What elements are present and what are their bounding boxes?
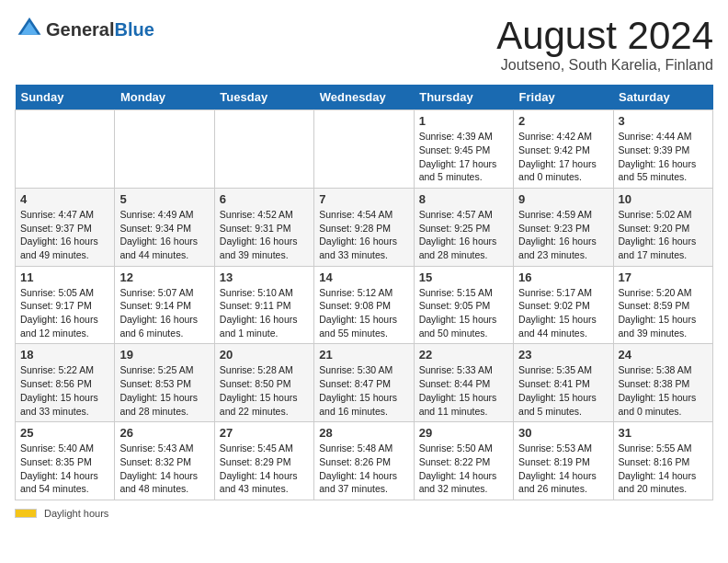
weekday-header-saturday: Saturday [613, 85, 712, 110]
day-info: Sunrise: 5:15 AM Sunset: 9:05 PM Dayligh… [419, 286, 508, 340]
weekday-header-monday: Monday [115, 85, 214, 110]
day-info: Sunrise: 5:33 AM Sunset: 8:44 PM Dayligh… [419, 363, 508, 418]
calendar-cell: 8Sunrise: 4:57 AM Sunset: 9:25 PM Daylig… [414, 188, 513, 266]
calendar-cell: 18Sunrise: 5:22 AM Sunset: 8:56 PM Dayli… [16, 344, 115, 422]
day-number: 9 [518, 192, 608, 206]
calendar-cell: 12Sunrise: 5:07 AM Sunset: 9:14 PM Dayli… [115, 266, 214, 344]
day-number: 14 [319, 270, 408, 284]
day-info: Sunrise: 5:30 AM Sunset: 8:47 PM Dayligh… [319, 363, 408, 418]
day-number: 31 [619, 426, 708, 440]
day-info: Sunrise: 5:20 AM Sunset: 8:59 PM Dayligh… [619, 286, 708, 340]
day-number: 29 [419, 426, 508, 440]
day-info: Sunrise: 5:50 AM Sunset: 8:22 PM Dayligh… [419, 442, 508, 496]
calendar-cell: 3Sunrise: 4:44 AM Sunset: 9:39 PM Daylig… [613, 110, 712, 189]
day-number: 5 [119, 192, 209, 206]
calendar-week-row: 11Sunrise: 5:05 AM Sunset: 9:17 PM Dayli… [16, 266, 713, 344]
day-info: Sunrise: 5:02 AM Sunset: 9:20 PM Dayligh… [619, 208, 708, 262]
calendar-cell [214, 110, 313, 189]
calendar-cell: 31Sunrise: 5:55 AM Sunset: 8:16 PM Dayli… [613, 422, 712, 500]
calendar-cell: 29Sunrise: 5:50 AM Sunset: 8:22 PM Dayli… [414, 422, 513, 500]
day-info: Sunrise: 5:10 AM Sunset: 9:11 PM Dayligh… [220, 286, 309, 340]
day-info: Sunrise: 4:54 AM Sunset: 9:28 PM Dayligh… [319, 208, 408, 262]
calendar-cell: 7Sunrise: 4:54 AM Sunset: 9:28 PM Daylig… [314, 188, 414, 266]
day-number: 1 [419, 114, 508, 128]
day-number: 3 [619, 114, 708, 128]
day-number: 25 [20, 426, 109, 440]
weekday-header-tuesday: Tuesday [214, 85, 313, 110]
day-number: 13 [220, 270, 309, 284]
title-block: August 2024 Joutseno, South Karelia, Fin… [496, 15, 713, 74]
day-info: Sunrise: 4:52 AM Sunset: 9:31 PM Dayligh… [220, 208, 309, 262]
daylight-bar-icon [15, 509, 37, 518]
day-number: 7 [319, 192, 408, 206]
calendar-cell: 20Sunrise: 5:28 AM Sunset: 8:50 PM Dayli… [214, 344, 313, 422]
day-info: Sunrise: 5:22 AM Sunset: 8:56 PM Dayligh… [20, 363, 109, 418]
day-number: 17 [619, 270, 708, 284]
day-number: 30 [518, 426, 608, 440]
day-number: 23 [518, 348, 608, 362]
calendar-cell: 27Sunrise: 5:45 AM Sunset: 8:29 PM Dayli… [214, 422, 313, 500]
calendar-cell: 1Sunrise: 4:39 AM Sunset: 9:45 PM Daylig… [414, 110, 513, 189]
day-info: Sunrise: 5:17 AM Sunset: 9:02 PM Dayligh… [518, 286, 608, 340]
calendar-cell: 4Sunrise: 4:47 AM Sunset: 9:37 PM Daylig… [16, 188, 115, 266]
weekday-header-friday: Friday [514, 85, 613, 110]
day-info: Sunrise: 5:48 AM Sunset: 8:26 PM Dayligh… [319, 442, 408, 496]
calendar-cell: 9Sunrise: 4:59 AM Sunset: 9:23 PM Daylig… [514, 188, 613, 266]
calendar-cell: 25Sunrise: 5:40 AM Sunset: 8:35 PM Dayli… [16, 422, 115, 500]
calendar-week-row: 4Sunrise: 4:47 AM Sunset: 9:37 PM Daylig… [16, 188, 713, 266]
calendar-cell: 30Sunrise: 5:53 AM Sunset: 8:19 PM Dayli… [514, 422, 613, 500]
calendar-cell: 17Sunrise: 5:20 AM Sunset: 8:59 PM Dayli… [613, 266, 712, 344]
day-info: Sunrise: 4:44 AM Sunset: 9:39 PM Dayligh… [619, 130, 708, 184]
day-info: Sunrise: 4:57 AM Sunset: 9:25 PM Dayligh… [419, 208, 508, 262]
calendar-cell: 15Sunrise: 5:15 AM Sunset: 9:05 PM Dayli… [414, 266, 513, 344]
weekday-header-sunday: Sunday [16, 85, 115, 110]
calendar-cell: 13Sunrise: 5:10 AM Sunset: 9:11 PM Dayli… [214, 266, 313, 344]
calendar-cell: 26Sunrise: 5:43 AM Sunset: 8:32 PM Dayli… [115, 422, 214, 500]
calendar-week-row: 18Sunrise: 5:22 AM Sunset: 8:56 PM Dayli… [16, 344, 713, 422]
day-info: Sunrise: 5:55 AM Sunset: 8:16 PM Dayligh… [619, 442, 708, 496]
day-number: 15 [419, 270, 508, 284]
day-number: 18 [20, 348, 109, 362]
calendar-cell: 22Sunrise: 5:33 AM Sunset: 8:44 PM Dayli… [414, 344, 513, 422]
location-title: Joutseno, South Karelia, Finland [496, 57, 713, 74]
day-info: Sunrise: 5:45 AM Sunset: 8:29 PM Dayligh… [220, 442, 309, 496]
day-info: Sunrise: 5:28 AM Sunset: 8:50 PM Dayligh… [220, 363, 309, 418]
page-header: GeneralBlue August 2024 Joutseno, South … [15, 15, 713, 74]
logo-icon [17, 15, 42, 40]
day-number: 27 [220, 426, 309, 440]
footer: Daylight hours [15, 508, 713, 519]
month-title: August 2024 [496, 15, 713, 57]
calendar-week-row: 25Sunrise: 5:40 AM Sunset: 8:35 PM Dayli… [16, 422, 713, 500]
day-number: 22 [419, 348, 508, 362]
day-number: 6 [220, 192, 309, 206]
day-info: Sunrise: 4:39 AM Sunset: 9:45 PM Dayligh… [419, 130, 508, 184]
calendar-cell: 6Sunrise: 4:52 AM Sunset: 9:31 PM Daylig… [214, 188, 313, 266]
calendar-cell: 24Sunrise: 5:38 AM Sunset: 8:38 PM Dayli… [613, 344, 712, 422]
day-info: Sunrise: 5:07 AM Sunset: 9:14 PM Dayligh… [119, 286, 209, 340]
logo-text: GeneralBlue [46, 19, 154, 40]
day-info: Sunrise: 5:53 AM Sunset: 8:19 PM Dayligh… [518, 442, 608, 496]
weekday-header-wednesday: Wednesday [314, 85, 414, 110]
calendar-cell: 11Sunrise: 5:05 AM Sunset: 9:17 PM Dayli… [16, 266, 115, 344]
calendar-cell: 16Sunrise: 5:17 AM Sunset: 9:02 PM Dayli… [514, 266, 613, 344]
day-number: 10 [619, 192, 708, 206]
calendar-cell: 28Sunrise: 5:48 AM Sunset: 8:26 PM Dayli… [314, 422, 414, 500]
day-number: 4 [20, 192, 109, 206]
day-number: 11 [20, 270, 109, 284]
calendar-cell [16, 110, 115, 189]
day-number: 19 [119, 348, 209, 362]
day-info: Sunrise: 5:12 AM Sunset: 9:08 PM Dayligh… [319, 286, 408, 340]
day-info: Sunrise: 4:42 AM Sunset: 9:42 PM Dayligh… [518, 130, 608, 184]
day-number: 21 [319, 348, 408, 362]
day-number: 8 [419, 192, 508, 206]
day-number: 2 [518, 114, 608, 128]
day-number: 26 [119, 426, 209, 440]
day-number: 24 [619, 348, 708, 362]
calendar-cell: 5Sunrise: 4:49 AM Sunset: 9:34 PM Daylig… [115, 188, 214, 266]
day-info: Sunrise: 5:05 AM Sunset: 9:17 PM Dayligh… [20, 286, 109, 340]
day-number: 20 [220, 348, 309, 362]
day-info: Sunrise: 5:35 AM Sunset: 8:41 PM Dayligh… [518, 363, 608, 418]
weekday-header-row: SundayMondayTuesdayWednesdayThursdayFrid… [16, 85, 713, 110]
calendar-cell: 2Sunrise: 4:42 AM Sunset: 9:42 PM Daylig… [514, 110, 613, 189]
calendar-cell: 14Sunrise: 5:12 AM Sunset: 9:08 PM Dayli… [314, 266, 414, 344]
